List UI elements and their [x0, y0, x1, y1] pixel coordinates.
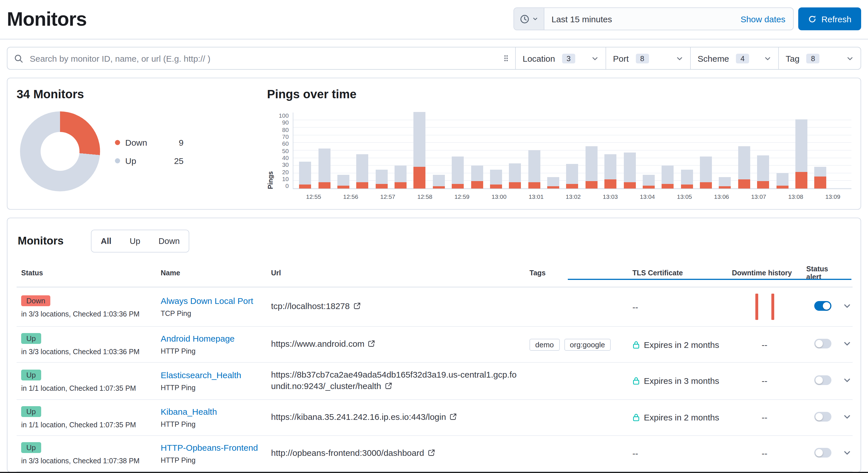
- status-alert-cell: [802, 287, 836, 327]
- time-range-value[interactable]: Last 15 minutes: [545, 8, 733, 30]
- refresh-button[interactable]: Refresh: [799, 7, 861, 30]
- external-link-icon[interactable]: [353, 301, 361, 313]
- ping-bar-up-segment: [337, 175, 349, 185]
- ping-bar-down-segment: [738, 179, 750, 189]
- monitor-type: HTTP Ping: [161, 347, 262, 355]
- monitors-count-title: 34 Monitors: [17, 88, 267, 101]
- expand-row-chevron-icon[interactable]: [843, 376, 851, 386]
- monitor-name-link[interactable]: HTTP-Opbeans-Frontend: [161, 442, 258, 452]
- refresh-icon: [808, 14, 817, 23]
- tab-up[interactable]: Up: [121, 230, 150, 252]
- status-alert-toggle[interactable]: [814, 447, 831, 457]
- x-tick-label: 13:04: [629, 193, 666, 200]
- monitors-summary: 34 Monitors Down 9 Up 25: [17, 88, 267, 200]
- ping-bar-up-segment: [643, 175, 655, 185]
- tls-empty: --: [632, 448, 638, 458]
- status-detail: in 3/3 locations, Checked 1:03:36 PM: [21, 348, 152, 356]
- refresh-label: Refresh: [822, 14, 851, 24]
- ping-bar-up-segment: [624, 153, 636, 182]
- status-alert-toggle[interactable]: [814, 412, 831, 421]
- status-detail: in 1/1 location, Checked 1:07:35 PM: [21, 384, 152, 393]
- table-row: Up in 1/1 location, Checked 1:07:35 PM K…: [17, 399, 852, 435]
- ping-bar-down-segment: [681, 185, 693, 189]
- monitor-type: HTTP Ping: [161, 384, 262, 392]
- ping-bar-up-segment: [395, 166, 407, 182]
- monitors-app: Monitors Last 15 minutes Show dates: [0, 0, 868, 473]
- external-link-icon[interactable]: [450, 412, 457, 424]
- lock-icon: [632, 377, 640, 385]
- search-input[interactable]: [29, 53, 498, 64]
- status-alert-toggle[interactable]: [814, 339, 831, 348]
- monitor-name-link[interactable]: Android Homepage: [161, 334, 235, 343]
- monitor-name-link[interactable]: Kibana_Health: [161, 406, 217, 416]
- ping-bar: [624, 153, 636, 189]
- search-options-dots-icon[interactable]: [503, 54, 509, 63]
- chevron-down-icon: [591, 55, 599, 62]
- tags-cell: demoorg:google: [525, 327, 628, 363]
- tags-cell: [525, 287, 628, 327]
- ping-bar-down-segment: [337, 185, 349, 189]
- external-link-icon[interactable]: [368, 339, 375, 351]
- external-link-icon[interactable]: [384, 381, 392, 393]
- ping-bar-up-segment: [414, 112, 426, 167]
- ping-bar-up-segment: [776, 173, 788, 185]
- y-tick-label: 80: [276, 127, 289, 133]
- ping-bar-up-segment: [681, 169, 693, 185]
- downtime-cell: --: [727, 327, 802, 363]
- up-legend-dot: [115, 158, 120, 163]
- downtime-cell: --: [727, 363, 802, 399]
- filter-tag-label: Tag: [786, 54, 799, 63]
- filter-location[interactable]: Location 3: [515, 47, 606, 69]
- filter-port[interactable]: Port 8: [606, 47, 690, 69]
- expand-row-chevron-icon[interactable]: [843, 339, 851, 349]
- expand-row-chevron-icon[interactable]: [843, 448, 851, 459]
- status-alert-toggle[interactable]: [814, 375, 831, 385]
- y-tick-label: 10: [276, 176, 289, 182]
- search-box: [7, 47, 515, 69]
- x-tick-label: 13:01: [518, 193, 555, 200]
- x-tick-label: 12:56: [332, 193, 369, 200]
- ping-bar-down-segment: [433, 186, 445, 189]
- external-link-icon[interactable]: [427, 448, 435, 460]
- monitor-url: https://kibana.35.241.242.16.ip.es.io:44…: [271, 412, 457, 421]
- ping-bar-down-segment: [776, 185, 788, 189]
- expand-row-chevron-icon[interactable]: [843, 412, 851, 423]
- status-alert-cell: [802, 399, 836, 435]
- filter-port-label: Port: [613, 54, 629, 63]
- ping-bar: [395, 166, 407, 189]
- monitors-panel: Monitors All Up Down Status Name Url: [7, 218, 861, 472]
- ping-bar: [318, 149, 330, 189]
- monitor-name-link[interactable]: Always Down Local Port: [161, 296, 253, 306]
- toggle-knob: [815, 376, 823, 384]
- ping-bar: [547, 177, 559, 189]
- ping-bar-down-segment: [566, 184, 578, 189]
- downtime-empty: --: [762, 340, 767, 349]
- x-tick-label: 13:09: [814, 193, 851, 200]
- table-row: Up in 3/3 locations, Checked 1:07:38 PM …: [17, 435, 852, 471]
- status-alert-cell: [802, 435, 836, 471]
- tab-down[interactable]: Down: [150, 230, 189, 252]
- ping-bar-down-segment: [700, 182, 712, 189]
- col-url: Url: [267, 262, 525, 287]
- status-alert-toggle[interactable]: [814, 301, 831, 311]
- ping-bar-up-segment: [509, 163, 521, 182]
- tag-badge[interactable]: org:google: [564, 338, 611, 350]
- time-quick-select-button[interactable]: [514, 8, 545, 30]
- table-row: Up in 3/3 locations, Checked 1:03:36 PM …: [17, 327, 852, 363]
- monitor-name-link[interactable]: Elasticsearch_Health: [161, 370, 241, 380]
- tag-badge[interactable]: demo: [529, 338, 559, 350]
- ping-bar: [375, 169, 388, 189]
- x-tick-label: 12:55: [295, 193, 332, 200]
- tab-all[interactable]: All: [92, 230, 120, 252]
- tls-empty: --: [632, 302, 638, 312]
- filter-scheme[interactable]: Scheme 4: [690, 47, 778, 69]
- screen-bottom-edge: [0, 472, 868, 473]
- ping-bar-down-segment: [490, 185, 502, 189]
- expand-row-chevron-icon[interactable]: [843, 302, 851, 312]
- status-badge: Up: [21, 370, 41, 380]
- ping-bar: [700, 156, 712, 189]
- monitors-table: Status Name Url Tags TLS Certificate Dow…: [17, 262, 852, 472]
- show-dates-link[interactable]: Show dates: [733, 8, 794, 30]
- filter-tag[interactable]: Tag 8: [778, 47, 861, 69]
- y-tick-label: 0: [276, 183, 289, 189]
